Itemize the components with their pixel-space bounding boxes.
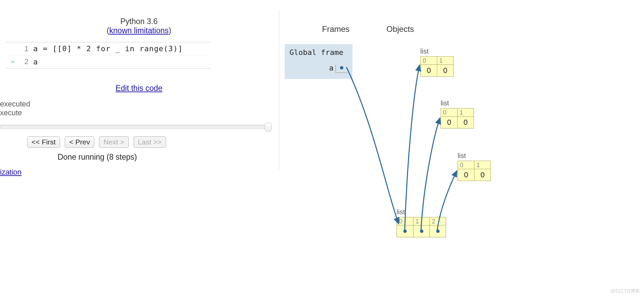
nav-buttons: << First < Prev Next > Last >> xyxy=(0,136,278,148)
global-frame-title: Global frame xyxy=(289,48,348,57)
global-var-row: a xyxy=(289,63,348,73)
pointer-dot-icon xyxy=(339,65,344,70)
code-line: 1 a = [[0] * 2 for _ in range(3)] xyxy=(6,42,211,55)
list-label: list xyxy=(397,208,405,216)
list-cell: 1 xyxy=(413,217,429,237)
svg-point-1 xyxy=(403,230,407,233)
pointer-dot-icon xyxy=(436,229,440,234)
objects-header: Objects xyxy=(386,24,414,34)
svg-point-3 xyxy=(436,230,440,233)
left-panel: Python 3.6 (known limitations) 1 a = [[0… xyxy=(0,0,278,177)
list-label: list xyxy=(458,152,466,160)
global-frame: Global frame a xyxy=(285,44,353,79)
var-name: a xyxy=(329,64,334,72)
list-object: 0010 xyxy=(420,56,454,77)
list-cell: 10 xyxy=(474,161,490,181)
done-text: Done running (8 steps) xyxy=(0,153,278,162)
pointer-dot-icon xyxy=(419,229,424,234)
list-label: list xyxy=(441,99,449,107)
line-number: 2 xyxy=(20,57,33,66)
edit-code-wrap: Edit this code xyxy=(0,84,278,93)
code-text: a xyxy=(33,58,211,66)
pointer-dot-icon xyxy=(403,229,407,234)
status-lines: executed xecute xyxy=(0,100,278,117)
pointer-cell xyxy=(414,225,429,237)
right-panel: Frames Objects Global frame a list 0010 … xyxy=(285,0,644,297)
list-label: list xyxy=(420,47,428,55)
current-line-arrow-icon: ➡ xyxy=(11,58,15,66)
list-cell: 2 xyxy=(429,217,446,237)
pointer-cell xyxy=(430,225,446,237)
partial-link-wrap: ization xyxy=(0,168,278,177)
watermark: @51CTO博客 xyxy=(610,288,640,294)
ization-link[interactable]: ization xyxy=(0,168,22,176)
list-cell: 00 xyxy=(458,161,474,181)
var-pointer-box xyxy=(336,63,348,73)
vertical-divider xyxy=(279,10,279,170)
prev-button[interactable]: < Prev xyxy=(65,136,94,148)
svg-point-2 xyxy=(420,230,423,233)
header: Python 3.6 (known limitations) xyxy=(0,0,278,35)
slider-thumb[interactable] xyxy=(265,123,271,132)
edit-code-link[interactable]: Edit this code xyxy=(116,84,162,93)
main-list-object: 012 xyxy=(397,217,446,237)
next-button: Next > xyxy=(99,136,128,148)
list-cell: 10 xyxy=(457,108,474,128)
last-button: Last >> xyxy=(134,136,166,148)
list-object: 0010 xyxy=(441,108,474,128)
frames-header: Frames xyxy=(322,24,349,34)
line-number: 1 xyxy=(20,44,33,53)
list-cell: 00 xyxy=(421,57,437,76)
known-limitations-link[interactable]: known limitations xyxy=(109,26,168,35)
first-button[interactable]: << First xyxy=(27,136,60,148)
exec-arrow-cell: ➡ xyxy=(6,58,20,66)
list-cell: 10 xyxy=(437,57,453,76)
list-cell: 00 xyxy=(441,108,457,128)
list-object: 0010 xyxy=(458,161,491,181)
limitations-wrap: (known limitations) xyxy=(0,26,278,35)
list-cell: 0 xyxy=(397,217,413,237)
code-text: a = [[0] * 2 for _ in range(3)] xyxy=(33,44,211,53)
code-line: ➡ 2 a xyxy=(6,55,211,68)
code-block: 1 a = [[0] * 2 for _ in range(3)] ➡ 2 a xyxy=(6,42,211,68)
status-execute: xecute xyxy=(0,108,278,117)
pointer-cell xyxy=(397,225,413,237)
step-slider[interactable] xyxy=(0,125,271,129)
language-label: Python 3.6 xyxy=(0,17,278,26)
svg-point-0 xyxy=(340,66,343,70)
status-executed: executed xyxy=(0,100,278,108)
